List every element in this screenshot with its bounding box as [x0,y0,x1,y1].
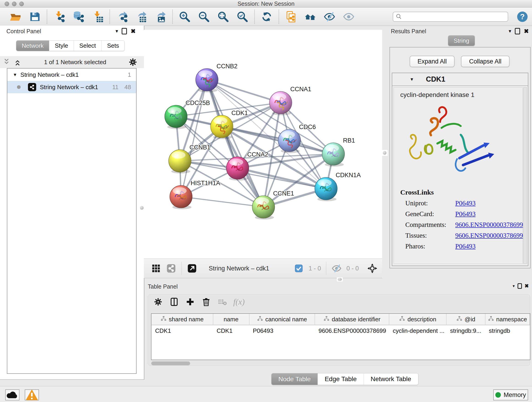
table-cell[interactable]: stringdb [485,325,530,337]
panel-menu-icon[interactable]: ▾ [513,284,515,288]
network-edge[interactable] [181,197,264,207]
collapse-entry-icon[interactable]: ▾ [411,77,413,82]
memory-button[interactable]: Memory [493,389,528,400]
collapse-all-button[interactable]: Collapse All [461,56,510,67]
column-header-canonical-name[interactable]: canonical name [249,314,315,325]
show-all-icon[interactable] [342,10,355,23]
table-cell[interactable]: CDK1 [213,325,249,337]
cloud-status-button[interactable] [5,389,19,400]
hide-selected-icon[interactable] [323,10,336,23]
tab-edge-table[interactable]: Edge Table [318,373,364,385]
zoom-fit-icon[interactable] [217,10,230,23]
network-node-CCNA2[interactable] [226,157,249,181]
zoom-in-icon[interactable] [178,10,191,23]
network-collection-row[interactable]: ▾ String Network – cdk1 1 [7,69,136,81]
crosslink-pharos[interactable]: P06493 [455,242,476,250]
table-cell[interactable]: CDK1 [152,325,213,337]
expand-all-button[interactable]: Expand All [410,56,455,67]
export-image-icon[interactable] [154,10,167,23]
network-node-CDKN1A[interactable] [315,177,337,201]
node-details-header[interactable]: ▾ CDK1 [392,73,528,86]
refresh-icon[interactable] [260,10,273,23]
selected-checkbox-icon[interactable] [293,263,304,274]
collection-expand-icon[interactable]: ▾ [14,72,16,77]
import-table-icon[interactable] [91,10,104,23]
network-node-CCNB1[interactable] [169,150,191,173]
import-network-icon[interactable] [53,10,65,23]
crosslink-uniprot[interactable]: P06493 [455,199,476,207]
tab-style[interactable]: Style [49,41,74,51]
import-network-from-database-icon[interactable] [72,10,85,23]
tab-network[interactable]: Network [16,41,49,51]
save-session-icon[interactable] [28,10,41,23]
network-node-CDK1[interactable] [210,115,233,139]
table-hscrollbar-thumb[interactable] [151,361,190,365]
table-cell[interactable]: stringdb:9... [446,325,485,337]
grid-view-icon[interactable] [151,263,161,274]
panel-menu-icon[interactable]: ▾ [115,29,118,34]
table-options-gear-icon[interactable] [153,297,163,307]
left-splitter-handle[interactable] [139,205,145,211]
warnings-button[interactable] [25,389,39,400]
export-network-icon[interactable] [115,10,128,23]
close-panel-icon[interactable]: ✖ [525,283,529,288]
network-edge[interactable] [207,80,264,207]
show-columns-icon[interactable] [169,297,179,307]
results-scrollbar[interactable] [523,87,527,264]
export-table-icon[interactable] [135,10,147,23]
table-cell[interactable]: P06493 [249,325,315,337]
node-label-CDK1: CDK1 [231,109,248,116]
add-column-icon[interactable] [185,297,195,307]
right-splitter-handle[interactable] [382,150,388,156]
fit-content-crosshair-icon[interactable] [367,263,378,274]
column-header-id[interactable]: @id [446,314,485,325]
collapse-all-networks-icon[interactable] [3,58,11,66]
network-canvas[interactable]: CCNB2CCNA1CDC25BCDK1CDC6RB1CCNB1CCNA2CDK… [144,30,382,259]
gene-name: CDK1 [426,75,445,83]
tab-select[interactable]: Select [74,41,101,51]
open-session-icon[interactable] [9,10,22,23]
tab-string[interactable]: String [448,36,475,46]
network-edge[interactable] [207,80,281,103]
network-node-CDC6[interactable] [278,129,301,153]
network-node-HIST1H1A[interactable] [170,185,192,209]
tab-sets[interactable]: Sets [101,41,124,51]
first-neighbors-icon[interactable] [304,10,317,23]
column-header-description[interactable]: description [389,314,446,325]
panel-menu-icon[interactable]: ▾ [509,29,511,34]
network-node-RB1[interactable] [322,143,345,167]
network-row[interactable]: String Network – cdk1 11 48 [7,81,136,93]
table-cell[interactable]: 9606.ENSP00000378699 [315,325,389,337]
close-panel-icon[interactable]: ✖ [524,28,529,34]
crosslink-compartments[interactable]: 9606.ENSP00000378699 [455,221,523,229]
column-header-namespace[interactable]: namespace [485,314,530,325]
column-header-name[interactable]: name [213,314,249,325]
help-icon[interactable]: ? [516,10,529,23]
detach-view-icon[interactable] [187,263,197,274]
table-row[interactable]: CDK1CDK1P064939606.ENSP00000378699cyclin… [152,325,530,337]
expand-all-networks-icon[interactable] [14,58,22,66]
float-panel-icon[interactable] [122,28,127,34]
node-table[interactable]: shared namenamecanonical namedatabase id… [151,313,530,360]
delete-column-icon[interactable] [201,297,211,307]
close-panel-icon[interactable]: ✖ [131,28,136,34]
annotation-copy-icon[interactable] [285,10,298,23]
float-panel-icon[interactable] [518,283,522,289]
network-node-CCNE1[interactable] [252,196,275,220]
network-node-CCNA1[interactable] [269,91,292,115]
network-node-CDC25B[interactable] [165,105,187,129]
column-header-shared-name[interactable]: shared name [152,314,213,325]
crosslink-genecard[interactable]: P06493 [455,210,476,218]
tab-network-table[interactable]: Network Table [364,373,418,385]
float-panel-icon[interactable] [515,28,520,34]
table-cell[interactable]: cyclin-dependent ... [389,325,446,337]
tab-node-table[interactable]: Node Table [272,373,318,385]
zoom-selected-icon[interactable] [236,10,249,23]
network-options-gear-icon[interactable] [128,57,138,67]
zoom-out-icon[interactable] [197,10,210,23]
birdseye-view-icon[interactable] [166,263,177,274]
bottom-splitter-handle[interactable] [337,277,343,281]
column-header-database-identifier[interactable]: database identifier [315,314,389,325]
search-input[interactable] [402,13,508,21]
crosslink-tissues[interactable]: 9606.ENSP00000378699 [455,232,523,239]
